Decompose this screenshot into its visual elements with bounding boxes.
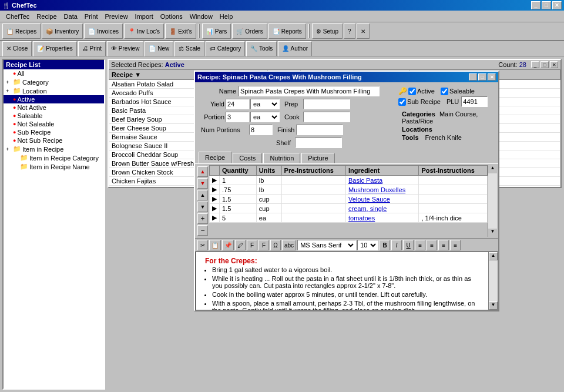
toolbar-help[interactable]: ?	[344, 24, 355, 39]
tools-btn[interactable]: 🔧 Tools	[246, 41, 277, 56]
toolbar-exit[interactable]: ✕	[357, 24, 370, 39]
add-ingredient-btn[interactable]: +	[197, 213, 208, 224]
portion-unit-select[interactable]: ea	[250, 112, 280, 122]
tree-item-category[interactable]: + 📁 Category	[4, 78, 104, 86]
tree-item-not-saleable[interactable]: ● Not Saleable	[4, 120, 104, 128]
tree-item-sub-recipe[interactable]: ● Sub Recipe	[4, 128, 104, 136]
col-units[interactable]: Units	[256, 166, 281, 176]
ingredient-row[interactable]: ▶ 5 ea tomatoes , 1/4-inch dice	[210, 213, 488, 223]
sub-recipe-checkbox-label[interactable]: Sub Recipe	[398, 98, 441, 106]
format-btn1[interactable]: 🖊	[235, 240, 246, 250]
win-minimize[interactable]: _	[531, 61, 539, 68]
win-close[interactable]: ✕	[550, 61, 558, 68]
tab-recipe[interactable]: Recipe	[199, 152, 231, 163]
bold-btn[interactable]: B	[380, 240, 390, 250]
move-down-btn[interactable]: ▼	[197, 178, 208, 189]
copy-btn[interactable]: 📋	[209, 240, 221, 250]
col-post-instructions[interactable]: Post-Instructions	[419, 166, 488, 176]
menu-help[interactable]: Help	[216, 12, 237, 21]
tree-item-not-active[interactable]: ● Not Active	[4, 103, 104, 112]
move-up-btn[interactable]: ▲	[197, 166, 208, 177]
italic-btn[interactable]: I	[391, 240, 402, 250]
active-checkbox-label[interactable]: Active	[408, 88, 435, 95]
tab-picture[interactable]: Picture	[301, 153, 334, 163]
new-btn[interactable]: 📄 New	[145, 41, 173, 56]
properties-btn[interactable]: 📝 Properties	[33, 41, 76, 56]
saleable-checkbox[interactable]	[441, 88, 448, 95]
tree-item-active[interactable]: ● Active	[4, 95, 104, 103]
yield-input[interactable]	[226, 99, 249, 109]
remove-ingredient-btn[interactable]: −	[197, 225, 208, 236]
scale-btn[interactable]: ⚖ Scale	[174, 41, 204, 56]
tab-costs[interactable]: Costs	[233, 153, 262, 163]
col-quantity[interactable]: Quantity	[220, 166, 257, 176]
tree-item-item-in-recipe-name[interactable]: 📁 Item in Recipe Name	[4, 162, 104, 171]
title-bar-buttons[interactable]: _ □ ✕	[531, 1, 562, 9]
tree-item-all[interactable]: ● All	[4, 69, 104, 78]
font-size-select[interactable]: 10	[357, 240, 378, 250]
text-scroll-up[interactable]: ▲	[489, 252, 498, 260]
print-btn[interactable]: 🖨 Print	[78, 41, 106, 56]
paste-btn[interactable]: 📌	[222, 240, 234, 250]
tree-item-item-in-recipe-category[interactable]: 📁 Item in Recipe Category	[4, 153, 104, 162]
menu-window[interactable]: Window	[186, 12, 216, 21]
detail-maximize[interactable]: □	[478, 73, 486, 81]
toolbar-inventory[interactable]: 📦 Inventory	[42, 24, 83, 39]
menu-import[interactable]: Import	[132, 12, 157, 21]
toolbar-inv-locs[interactable]: 📍 Inv Loc's	[124, 24, 164, 39]
close-button[interactable]: ✕	[552, 1, 562, 9]
scroll-up-btn[interactable]: ▲	[488, 165, 497, 173]
yield-unit-select[interactable]: ea	[250, 99, 280, 109]
toolbar-invoices[interactable]: 📄 Invoices	[84, 24, 123, 39]
tab-nutrition[interactable]: Nutrition	[263, 153, 300, 163]
toolbar-exits[interactable]: 🚪 Exit's	[165, 24, 196, 39]
move-bottom-btn[interactable]: ▼	[197, 202, 208, 212]
toolbar-recipes[interactable]: 📋 Recipes	[2, 24, 41, 39]
ingredient-row[interactable]: ▶ 1.5 cup Veloute Sauce	[210, 195, 488, 204]
menu-preview[interactable]: Preview	[101, 12, 131, 21]
menu-options[interactable]: Options	[157, 12, 186, 21]
ingredients-scrollbar[interactable]: ▲ ▼	[488, 165, 497, 237]
detail-close[interactable]: ✕	[488, 73, 496, 81]
sub-recipe-checkbox[interactable]	[398, 98, 406, 106]
align-right-btn[interactable]: ≡	[438, 240, 449, 250]
menu-print[interactable]: Print	[81, 12, 102, 21]
plu-input[interactable]	[461, 96, 488, 107]
prep-input[interactable]	[303, 99, 350, 109]
toolbar-setup[interactable]: ⚙ Setup	[312, 24, 343, 39]
menu-data[interactable]: Data	[61, 12, 81, 21]
col-ingredient[interactable]: Ingredient	[345, 166, 418, 176]
ingredient-row[interactable]: ▶ .75 lb Mushroom Duxelles	[210, 185, 488, 195]
cook-input[interactable]	[303, 112, 350, 122]
author-btn[interactable]: 👤 Author	[278, 41, 312, 56]
name-input[interactable]	[239, 86, 380, 96]
ingredient-row[interactable]: ▶ 1.5 cup cream, single	[210, 204, 488, 213]
saleable-checkbox-label[interactable]: Saleable	[441, 88, 475, 95]
align-center-btn[interactable]: ≡	[427, 240, 437, 250]
active-checkbox[interactable]	[408, 88, 416, 95]
detail-minimize[interactable]: _	[469, 73, 477, 81]
align-left-btn[interactable]: ≡	[415, 240, 425, 250]
preview-btn[interactable]: 👁 Preview	[107, 41, 143, 56]
move-top-btn[interactable]: ▲	[197, 190, 208, 200]
maximize-button[interactable]: □	[542, 1, 551, 9]
category-btn[interactable]: 🏷 Category	[206, 41, 245, 56]
symbol-btn[interactable]: Ω	[270, 240, 281, 250]
list-btn[interactable]: ≡	[450, 240, 461, 250]
format-btn3[interactable]: F	[258, 240, 269, 250]
close-btn[interactable]: ✕ Close	[2, 41, 32, 56]
finish-input[interactable]	[296, 125, 343, 135]
win-maximize[interactable]: □	[540, 61, 549, 68]
toolbar-orders[interactable]: 🛒 Orders	[232, 24, 267, 39]
tree-item-item-in-recipe[interactable]: + 📁 Item in Recipe	[4, 145, 104, 153]
text-scroll-down[interactable]: ▼	[489, 301, 498, 310]
shelf-input[interactable]	[295, 138, 342, 148]
text-scrollbar[interactable]: ▲ ▼	[488, 252, 498, 310]
recipe-text-editor[interactable]: For the Crepes: Bring 1 gal salted water…	[196, 252, 488, 310]
font-select[interactable]: MS Sans Serif	[297, 240, 356, 250]
tree-item-saleable[interactable]: ● Saleable	[4, 112, 104, 120]
minimize-button[interactable]: _	[531, 1, 540, 9]
menu-cheftec[interactable]: ChefTec	[2, 12, 33, 21]
toolbar-reports[interactable]: 📑 Reports	[268, 24, 306, 39]
num-portions-input[interactable]	[249, 125, 273, 135]
